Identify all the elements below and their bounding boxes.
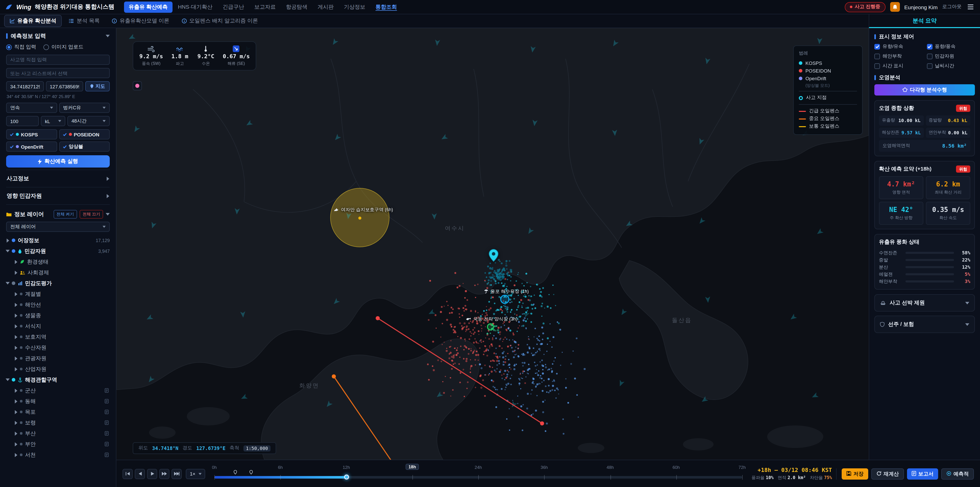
layer-item-3-1[interactable]: 동해 [6,396,110,407]
display-option-4[interactable]: 시간 표시 [874,63,923,69]
doc-icon[interactable] [105,431,110,436]
nav-item-3[interactable]: 보고자료 [250,1,280,13]
nav-item-7[interactable]: 통합조회 [371,1,401,13]
map-tool-button[interactable] [133,81,142,90]
layer-item-2-6[interactable]: 관광자원 [6,353,110,364]
prediction-input-header[interactable]: 예측정보 입력 [6,32,110,40]
spill-type-select[interactable]: 연속 [6,103,57,113]
speed-select[interactable]: 1× [186,469,205,479]
doc-icon[interactable] [105,420,110,425]
layer-filter-select[interactable]: 전체 레이어 [6,222,110,232]
nav-item-6[interactable]: 기상정보 [339,1,370,13]
step-back-button[interactable] [135,469,145,479]
timeline-tick-60h[interactable]: 60h [673,465,679,469]
layer-group-3[interactable]: 해경관할구역 [6,374,110,385]
timeline-track[interactable] [215,476,742,478]
layer-item-3-6[interactable]: 서천 [6,449,110,460]
sidebar-fold-0[interactable]: 사고정보 [6,169,110,187]
tab-3[interactable]: 오일펜스 배치 알고리즘 이론 [177,15,263,27]
timeline-tick-48h[interactable]: 48h [607,465,614,469]
timeline-tick-6h[interactable]: 6h [278,465,283,469]
layer-item-2-0[interactable]: 계절별 [6,289,110,299]
doc-icon[interactable] [105,442,110,446]
map-area[interactable]: 여수시화양면돌산읍 여자만 습지보호구역 (6h)웅포 해수욕장 (1h)국동 … [116,28,869,460]
layer-item-2-2[interactable]: 생물종 [6,310,110,321]
accident-list-input[interactable] [6,68,110,78]
longitude-input[interactable] [46,81,83,91]
layer-item-2-1[interactable]: 해안선 [6,299,110,310]
logout-button[interactable]: 로그아웃 [942,3,962,10]
doc-icon[interactable] [105,388,110,393]
display-option-1[interactable]: 풍향/풍속 [927,43,975,50]
layer-item-2-4[interactable]: 보호지역 [6,332,110,342]
radio-image-upload[interactable]: 이미지 업로드 [43,43,84,51]
layer-item-2-5[interactable]: 수산자원 [6,342,110,353]
layer-item-2-3[interactable]: 서식지 [6,321,110,332]
nav-item-5[interactable]: 게시판 [313,1,338,13]
timeline-tick-24h[interactable]: 24h [475,465,482,469]
layer-toggle-icon[interactable] [12,238,15,242]
resource-marker-2[interactable] [487,323,494,331]
model-chip-2[interactable]: OpenDrift [6,142,57,152]
timeline-tick-36h[interactable]: 36h [541,465,548,469]
oil-type-select[interactable]: 벙커C유 [59,103,110,113]
action-target-button[interactable]: 예측적 [941,468,974,479]
action-refresh-button[interactable]: 재계산 [871,468,904,479]
layer-toggle-icon[interactable] [12,378,15,382]
model-chip-1[interactable]: POSEIDON [59,129,110,139]
tab-1[interactable]: 분석 목록 [64,15,105,27]
summary-fold-0[interactable]: 사고 선박 제원 [874,294,975,311]
doc-icon[interactable] [105,399,110,404]
action-report-button[interactable]: 보고서 [907,468,938,479]
timeline-tick-12h[interactable]: 12h [343,465,350,469]
layer-group-0[interactable]: 어장정보17,129 [6,235,110,246]
timeline-tick-18h[interactable]: 18h [406,463,419,469]
fast-forward-button[interactable] [159,469,169,479]
play-button[interactable] [147,469,157,479]
display-option-2[interactable]: 해안부착 [874,53,923,60]
layers-all-off-button[interactable]: 전체 끄기 [80,210,103,219]
model-chip-3[interactable]: 앙상블 [59,142,110,152]
notification-bell-button[interactable] [890,2,900,12]
skip-end-button[interactable] [172,469,182,479]
layer-item-2-7[interactable]: 산업자원 [6,364,110,374]
layer-toggle-icon[interactable] [12,249,15,253]
action-save-button[interactable]: 저장 [842,468,868,479]
layer-item-3-2[interactable]: 목포 [6,407,110,417]
incident-pin-marker[interactable] [488,249,499,264]
unit-select[interactable]: kL [41,116,65,126]
tab-2[interactable]: 유출유확산모델 이론 [107,15,175,27]
sidebar-fold-1[interactable]: 영향 민감자원 [6,187,110,205]
duration-select[interactable]: 48시간 [67,116,110,126]
nav-item-1[interactable]: HNS·대기확산 [173,1,217,13]
layer-group-1[interactable]: 민감자원3,947 [6,246,110,256]
display-option-0[interactable]: 유향/유속 [874,43,923,50]
map-pick-button[interactable]: 지도 [85,81,110,91]
layer-item-3-3[interactable]: 보령 [6,417,110,428]
summary-fold-1[interactable]: 선주 / 보험 [874,316,975,333]
model-chip-0[interactable]: KOSPS [6,129,57,139]
layers-all-on-button[interactable]: 전체 켜기 [53,210,77,219]
summary-panel-tab[interactable]: 분석 요약 [869,14,980,28]
polygon-analysis-button[interactable]: 다각형 분석수행 [874,84,975,96]
doc-icon[interactable] [105,452,110,457]
timeline-tick-72h[interactable]: 72h [738,465,746,469]
layer-toggle-icon[interactable] [12,281,15,285]
display-option-3[interactable]: 민감자원 [927,53,975,60]
latitude-input[interactable] [6,81,44,91]
accident-name-input[interactable] [6,54,110,65]
menu-button[interactable] [966,3,975,11]
nav-item-2[interactable]: 긴급구난 [218,1,248,13]
skip-start-button[interactable] [123,469,133,479]
layer-group-2[interactable]: 민감도평가 [6,278,110,289]
layer-item-3-0[interactable]: 군산 [6,385,110,396]
run-prediction-button[interactable]: 확산예측 실행 [6,155,110,168]
layer-item-1-0[interactable]: 환경생태 [6,256,110,267]
resource-marker-1[interactable] [500,295,509,304]
amount-input[interactable] [6,116,39,126]
layer-item-3-5[interactable]: 부안 [6,439,110,449]
radio-direct-input[interactable]: 직접 입력 [6,43,36,51]
timeline-tick-0h[interactable]: 0h [212,465,217,469]
tab-0[interactable]: 유출유 확산분석 [4,15,62,27]
nav-item-0[interactable]: 유출유 확산예측 [124,1,172,13]
